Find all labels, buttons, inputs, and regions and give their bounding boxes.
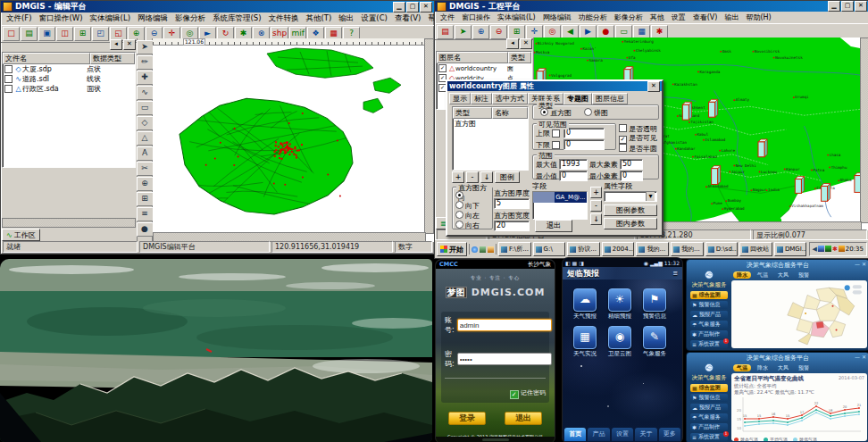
map-zoom-control[interactable] (853, 285, 862, 288)
login-button[interactable]: 登录 (448, 412, 486, 425)
menu-item[interactable]: 功能分析 (575, 13, 611, 22)
dialog-tab-显示[interactable]: 显示 (449, 93, 471, 104)
close-button[interactable]: ✕ (855, 1, 867, 12)
workspace-tab[interactable]: ∿工作区 (2, 229, 40, 241)
menu-item[interactable]: 系统库管理(S) (209, 13, 265, 24)
pointer-tool-icon[interactable]: ➤ (137, 40, 154, 54)
sidebar-item-系统设置[interactable]: ≡系统设置1 (690, 340, 728, 349)
upper-field[interactable]: 0 (563, 128, 605, 138)
inner-param-button[interactable]: 图内参数 (604, 218, 657, 229)
sidebar-item-气象服务[interactable]: ☂气象服务 (690, 321, 728, 329)
menu-item[interactable]: 输出 (721, 13, 742, 22)
sidebar-item-预警信息[interactable]: ⚑预警信息 (690, 301, 728, 310)
taskbar-button[interactable]: DMGI... (774, 242, 807, 256)
tray-clock[interactable]: 20:35 (846, 246, 864, 253)
tray-im-icon[interactable] (839, 246, 845, 254)
lower-checkbox[interactable] (552, 141, 560, 149)
add-point-tool-icon[interactable]: ✚ (137, 71, 154, 85)
password-input[interactable] (457, 353, 552, 365)
menu-item[interactable]: 文件(F) (3, 13, 36, 24)
menu-item[interactable]: 窗口操作(W) (36, 13, 87, 24)
move-theme-button[interactable]: ↓ (480, 171, 493, 183)
column-header-layername[interactable]: 图层名 (437, 52, 508, 63)
app-shortcut[interactable]: ◉卫星云图 (605, 326, 635, 358)
row-checkbox[interactable]: ✓ (438, 64, 447, 72)
map-locate-icon[interactable] (845, 285, 850, 290)
exit-button[interactable]: 退出 (505, 412, 542, 425)
upper-checkbox[interactable] (552, 129, 560, 138)
taskbar-button[interactable]: 我的... (636, 242, 669, 256)
theme-row[interactable]: 直方图 (453, 119, 528, 129)
dialog-tab-选中方式[interactable]: 选中方式 (492, 93, 528, 104)
editor-titlebar[interactable]: DMGIS - 编辑平台 ▁▢✕ (1, 1, 434, 13)
quicklaunch-ie-icon[interactable] (472, 246, 478, 253)
line-tool-icon[interactable]: ∿ (137, 86, 154, 100)
lower-field[interactable]: 0 (563, 139, 605, 150)
column-header-filename[interactable]: 文件名 (3, 53, 90, 64)
tab-预警[interactable]: 预警 (795, 364, 813, 371)
panel-close-button[interactable]: ✕ (123, 39, 136, 50)
terrain-view[interactable] (0, 259, 432, 442)
table-row[interactable]: ◇大厦.sdp点状 (3, 64, 135, 74)
table-row[interactable]: ∿道路.sdl线状 (3, 74, 135, 84)
text-tool-icon[interactable]: A (137, 146, 154, 161)
close-icon[interactable]: ✕ (862, 354, 866, 360)
menu-item[interactable]: 网络编辑 (539, 13, 575, 22)
nav-tab-产品[interactable]: 产品 (588, 428, 609, 441)
taskbar-button[interactable]: 回收站 (739, 242, 772, 256)
tray-volume-icon[interactable]: ◀ (813, 246, 817, 253)
menu-item[interactable]: 输出 (335, 13, 357, 24)
dock-button[interactable]: ◂ (110, 39, 122, 50)
app-shortcut[interactable]: ▦天气实况 (570, 326, 600, 358)
phone-home-bar[interactable] (482, 438, 509, 441)
menu-item[interactable]: 文件转换 (264, 13, 302, 24)
sidebar-item-气象服务[interactable]: ☂气象服务 (690, 413, 728, 422)
map-vscrollbar[interactable] (424, 38, 434, 234)
minimize-icon[interactable]: — (855, 261, 860, 267)
field-remove-button[interactable]: - (590, 200, 602, 212)
radio-right[interactable]: 向右 (455, 221, 490, 230)
min-field[interactable]: 0 (559, 171, 588, 181)
taskbar-button[interactable]: G:\ (533, 242, 566, 256)
account-input[interactable] (457, 319, 552, 331)
tab-大风[interactable]: 大风 (774, 271, 792, 279)
quicklaunch-desktop-icon[interactable] (480, 246, 486, 253)
sidebar-item-系统设置[interactable]: ≡系统设置1 (690, 433, 728, 442)
radio-histogram[interactable]: 直方图 (540, 108, 572, 118)
sidebar-item-产品制作[interactable]: ✱产品制作 (690, 330, 728, 339)
remove-theme-button[interactable]: - (466, 171, 479, 183)
row-checkbox[interactable] (4, 75, 13, 83)
menu-item[interactable]: 帮助(H) (742, 13, 774, 22)
taskbar-button[interactable]: 2004... (602, 242, 635, 256)
row-checkbox[interactable] (4, 85, 13, 93)
triangle-tool-icon[interactable]: △ (137, 131, 154, 146)
app-shortcut[interactable]: ✎气象服务 (639, 326, 670, 358)
node-tool-icon[interactable]: ● (137, 222, 154, 237)
nav-tab-更多[interactable]: 更多 (659, 428, 680, 441)
transparent-checkbox[interactable]: 是否透明 (619, 124, 657, 134)
sidebar-item-预报产品[interactable]: ☁预报产品 (690, 404, 728, 413)
close-button[interactable]: ✕ (420, 2, 432, 13)
dashboard-titlebar[interactable]: 决策气象综合服务平台 —✕ (687, 353, 868, 363)
row-checkbox[interactable] (4, 65, 13, 73)
menu-item[interactable]: 网络编辑 (134, 13, 171, 24)
menu-item[interactable]: 文件 (437, 13, 458, 22)
dialog-titlebar[interactable]: worldcountry图层 属性 ✕ (447, 81, 662, 91)
menu-item[interactable]: 设置 (668, 13, 689, 22)
sidebar-item-预报产品[interactable]: ☁预报产品 (690, 311, 728, 320)
sidebar-item-综合监测[interactable]: ▦综合监测 (690, 291, 728, 300)
menu-item[interactable]: 其他(T) (302, 13, 335, 24)
map-content[interactable] (731, 280, 867, 348)
tab-气温[interactable]: 气温 (754, 271, 772, 279)
taskbar-button[interactable]: 我的... (671, 242, 704, 256)
menu-item[interactable]: 帮助(H) (424, 13, 434, 24)
menu-item[interactable]: 设置(C) (357, 13, 391, 24)
close-icon[interactable]: ✕ (862, 261, 866, 267)
editor-map-area[interactable]: 121.06 (153, 38, 434, 242)
table-row[interactable]: ✓△worldcountry面 (437, 63, 531, 73)
maximize-button[interactable]: ▢ (841, 1, 854, 12)
column-header-datatype[interactable]: 数据类型 (90, 53, 135, 64)
tab-预警[interactable]: 预警 (795, 271, 813, 279)
cut-tool-icon[interactable]: ✂ (137, 162, 154, 176)
quicklaunch-mail-icon[interactable] (488, 246, 494, 253)
